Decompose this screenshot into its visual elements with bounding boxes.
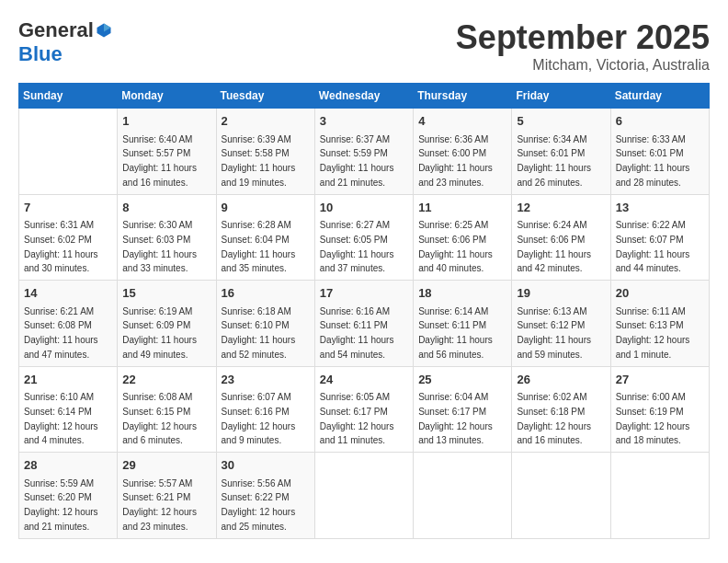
- day-number: 3: [320, 112, 408, 131]
- cell-info: Sunrise: 6:33 AMSunset: 6:01 PMDaylight:…: [616, 134, 690, 188]
- day-number: 13: [616, 199, 704, 217]
- month-title: September 2025: [456, 18, 710, 57]
- calendar-cell: 27Sunrise: 6:00 AMSunset: 6:19 PMDayligh…: [610, 366, 709, 453]
- calendar-cell: 3Sunrise: 6:37 AMSunset: 5:59 PMDaylight…: [314, 109, 413, 195]
- calendar-cell: 12Sunrise: 6:24 AMSunset: 6:06 PMDayligh…: [512, 194, 610, 281]
- day-number: 17: [320, 284, 408, 303]
- day-number: 10: [320, 199, 408, 217]
- logo-icon: [96, 22, 112, 39]
- cell-info: Sunrise: 6:40 AMSunset: 5:57 PMDaylight:…: [122, 134, 197, 188]
- cell-info: Sunrise: 5:57 AMSunset: 6:21 PMDaylight:…: [122, 478, 197, 532]
- cell-info: Sunrise: 6:02 AMSunset: 6:18 PMDaylight:…: [517, 392, 591, 445]
- day-number: 4: [418, 112, 506, 131]
- calendar-cell: 1Sunrise: 6:40 AMSunset: 5:57 PMDaylight…: [118, 109, 216, 195]
- cell-info: Sunrise: 6:34 AMSunset: 6:01 PMDaylight:…: [517, 134, 591, 188]
- day-number: 30: [222, 456, 310, 475]
- cell-info: Sunrise: 6:11 AMSunset: 6:13 PMDaylight:…: [616, 306, 690, 360]
- title-block: September 2025 Mitcham, Victoria, Austra…: [456, 18, 710, 74]
- calendar-cell: 11Sunrise: 6:25 AMSunset: 6:06 PMDayligh…: [414, 194, 512, 281]
- calendar-cell: 17Sunrise: 6:16 AMSunset: 6:11 PMDayligh…: [314, 281, 413, 367]
- calendar-cell: [314, 453, 413, 539]
- calendar-cell: 4Sunrise: 6:36 AMSunset: 6:00 PMDaylight…: [414, 109, 512, 195]
- calendar-cell: 5Sunrise: 6:34 AMSunset: 6:01 PMDaylight…: [512, 109, 610, 195]
- cell-info: Sunrise: 6:27 AMSunset: 6:05 PMDaylight:…: [320, 220, 394, 273]
- calendar-cell: 9Sunrise: 6:28 AMSunset: 6:04 PMDaylight…: [216, 194, 314, 281]
- cell-info: Sunrise: 6:19 AMSunset: 6:09 PMDaylight:…: [122, 306, 197, 360]
- day-number: 18: [418, 284, 506, 303]
- logo: General Blue: [18, 18, 112, 66]
- day-number: 9: [222, 199, 310, 217]
- day-number: 1: [122, 112, 210, 131]
- day-number: 5: [517, 112, 605, 131]
- day-number: 14: [24, 284, 112, 303]
- location: Mitcham, Victoria, Australia: [456, 57, 710, 74]
- calendar-week-5: 28Sunrise: 5:59 AMSunset: 6:20 PMDayligh…: [19, 453, 710, 539]
- calendar-cell: [19, 109, 118, 195]
- calendar-cell: 25Sunrise: 6:04 AMSunset: 6:17 PMDayligh…: [414, 366, 512, 453]
- calendar-cell: 20Sunrise: 6:11 AMSunset: 6:13 PMDayligh…: [610, 281, 709, 367]
- calendar-header: Sunday Monday Tuesday Wednesday Thursday…: [19, 84, 710, 109]
- cell-info: Sunrise: 6:05 AMSunset: 6:17 PMDaylight:…: [320, 392, 394, 445]
- col-friday: Friday: [512, 84, 610, 109]
- calendar-cell: 26Sunrise: 6:02 AMSunset: 6:18 PMDayligh…: [512, 366, 610, 453]
- col-thursday: Thursday: [414, 84, 512, 109]
- calendar-cell: 7Sunrise: 6:31 AMSunset: 6:02 PMDaylight…: [19, 194, 118, 281]
- cell-info: Sunrise: 6:30 AMSunset: 6:03 PMDaylight:…: [122, 220, 197, 273]
- day-number: 15: [122, 284, 210, 303]
- calendar-cell: 2Sunrise: 6:39 AMSunset: 5:58 PMDaylight…: [216, 109, 314, 195]
- cell-info: Sunrise: 5:56 AMSunset: 6:22 PMDaylight:…: [222, 478, 296, 532]
- calendar-cell: 30Sunrise: 5:56 AMSunset: 6:22 PMDayligh…: [216, 453, 314, 539]
- calendar-cell: 29Sunrise: 5:57 AMSunset: 6:21 PMDayligh…: [118, 453, 216, 539]
- calendar-cell: 18Sunrise: 6:14 AMSunset: 6:11 PMDayligh…: [414, 281, 512, 367]
- cell-info: Sunrise: 6:13 AMSunset: 6:12 PMDaylight:…: [517, 306, 591, 360]
- calendar-cell: [512, 453, 610, 539]
- calendar-week-4: 21Sunrise: 6:10 AMSunset: 6:14 PMDayligh…: [19, 366, 710, 453]
- cell-info: Sunrise: 6:08 AMSunset: 6:15 PMDaylight:…: [122, 392, 197, 445]
- calendar-cell: 10Sunrise: 6:27 AMSunset: 6:05 PMDayligh…: [314, 194, 413, 281]
- day-number: 22: [122, 371, 210, 389]
- day-number: 26: [517, 371, 605, 389]
- day-number: 25: [418, 371, 506, 389]
- day-number: 7: [24, 199, 112, 217]
- col-wednesday: Wednesday: [314, 84, 413, 109]
- cell-info: Sunrise: 6:25 AMSunset: 6:06 PMDaylight:…: [418, 220, 493, 273]
- logo-blue-text: Blue: [18, 42, 63, 66]
- cell-info: Sunrise: 6:21 AMSunset: 6:08 PMDaylight:…: [24, 306, 98, 360]
- cell-info: Sunrise: 6:36 AMSunset: 6:00 PMDaylight:…: [418, 134, 493, 188]
- day-number: 11: [418, 199, 506, 217]
- cell-info: Sunrise: 6:31 AMSunset: 6:02 PMDaylight:…: [24, 220, 98, 273]
- cell-info: Sunrise: 5:59 AMSunset: 6:20 PMDaylight:…: [24, 478, 98, 532]
- logo-general-text: General: [18, 18, 94, 42]
- col-sunday: Sunday: [19, 84, 118, 109]
- day-number: 28: [24, 456, 112, 475]
- cell-info: Sunrise: 6:22 AMSunset: 6:07 PMDaylight:…: [616, 220, 690, 273]
- cell-info: Sunrise: 6:39 AMSunset: 5:58 PMDaylight:…: [222, 134, 296, 188]
- day-number: 27: [616, 371, 704, 389]
- cell-info: Sunrise: 6:04 AMSunset: 6:17 PMDaylight:…: [418, 392, 493, 445]
- cell-info: Sunrise: 6:10 AMSunset: 6:14 PMDaylight:…: [24, 392, 98, 445]
- day-number: 20: [616, 284, 704, 303]
- calendar-table: Sunday Monday Tuesday Wednesday Thursday…: [18, 83, 710, 539]
- page-header: General Blue September 2025 Mitcham, Vic…: [18, 18, 710, 74]
- calendar-week-2: 7Sunrise: 6:31 AMSunset: 6:02 PMDaylight…: [19, 194, 710, 281]
- calendar-cell: 23Sunrise: 6:07 AMSunset: 6:16 PMDayligh…: [216, 366, 314, 453]
- cell-info: Sunrise: 6:24 AMSunset: 6:06 PMDaylight:…: [517, 220, 591, 273]
- cell-info: Sunrise: 6:16 AMSunset: 6:11 PMDaylight:…: [320, 306, 394, 360]
- calendar-week-1: 1Sunrise: 6:40 AMSunset: 5:57 PMDaylight…: [19, 109, 710, 195]
- cell-info: Sunrise: 6:18 AMSunset: 6:10 PMDaylight:…: [222, 306, 296, 360]
- col-tuesday: Tuesday: [216, 84, 314, 109]
- calendar-cell: 22Sunrise: 6:08 AMSunset: 6:15 PMDayligh…: [118, 366, 216, 453]
- day-number: 23: [222, 371, 310, 389]
- calendar-week-3: 14Sunrise: 6:21 AMSunset: 6:08 PMDayligh…: [19, 281, 710, 367]
- calendar-cell: 16Sunrise: 6:18 AMSunset: 6:10 PMDayligh…: [216, 281, 314, 367]
- col-saturday: Saturday: [610, 84, 709, 109]
- calendar-cell: 24Sunrise: 6:05 AMSunset: 6:17 PMDayligh…: [314, 366, 413, 453]
- calendar-cell: 15Sunrise: 6:19 AMSunset: 6:09 PMDayligh…: [118, 281, 216, 367]
- calendar-cell: 6Sunrise: 6:33 AMSunset: 6:01 PMDaylight…: [610, 109, 709, 195]
- day-number: 2: [222, 112, 310, 131]
- day-number: 8: [122, 199, 210, 217]
- calendar-cell: 14Sunrise: 6:21 AMSunset: 6:08 PMDayligh…: [19, 281, 118, 367]
- calendar-cell: 8Sunrise: 6:30 AMSunset: 6:03 PMDaylight…: [118, 194, 216, 281]
- day-number: 16: [222, 284, 310, 303]
- day-number: 12: [517, 199, 605, 217]
